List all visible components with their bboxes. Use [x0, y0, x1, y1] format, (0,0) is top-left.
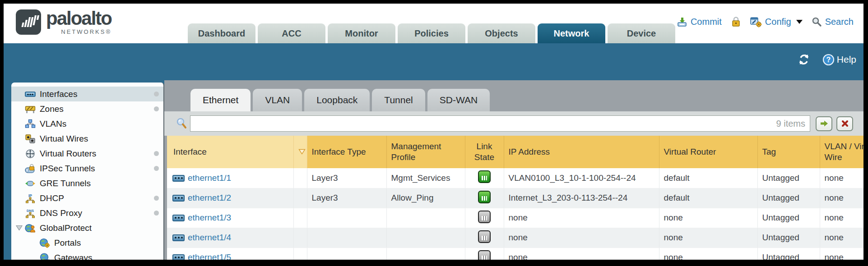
cell-virtual-router: none: [659, 208, 757, 228]
cell-tag: Untagged: [757, 248, 820, 260]
main-panel: Ethernet VLAN Loopback Tunnel SD-WAN 9 i…: [164, 80, 863, 260]
interface-link[interactable]: ethernet1/5: [188, 252, 231, 260]
table-row: ethernet1/1 Layer3 Mgmt_Services VLAN010…: [167, 168, 863, 188]
ethernet-interface-icon: [172, 234, 185, 241]
sidebar-item-dns-proxy[interactable]: DNS DNS Proxy: [11, 206, 163, 220]
sidebar-item-label: GRE Tunnels: [40, 179, 91, 188]
ethernet-interface-icon: [172, 175, 185, 182]
brand-logo: paloalto NETWORKS®: [15, 9, 111, 35]
link-state-icon: [478, 230, 491, 243]
cell-vlan: none: [820, 228, 863, 248]
interface-link[interactable]: ethernet1/4: [188, 233, 231, 242]
virtual-routers-icon: [25, 149, 36, 159]
tab-policies[interactable]: Policies: [398, 23, 465, 43]
screenshot-frame: paloalto NETWORKS® Dashboard ACC Monitor…: [0, 0, 868, 266]
expand-caret-icon[interactable]: [16, 225, 23, 231]
column-sort-control[interactable]: [293, 136, 307, 168]
virtual-wires-icon: [25, 134, 36, 144]
config-button[interactable]: Config: [750, 16, 803, 28]
brand-subname: NETWORKS®: [61, 28, 111, 35]
tab-acc[interactable]: ACC: [258, 23, 325, 43]
sidebar-item-portals[interactable]: Portals: [11, 235, 163, 250]
table-row: ethernet1/2 Layer3 Allow_Ping Internet_L…: [167, 188, 863, 208]
sidebar-item-label: DHCP: [40, 193, 64, 203]
sidebar-item-gre-tunnels[interactable]: GRE Tunnels: [11, 176, 163, 191]
table-row: ethernet1/5 none none Untagged none: [167, 248, 863, 260]
help-label: Help: [837, 54, 856, 65]
cell-vlan: none: [820, 188, 863, 208]
commit-button[interactable]: Commit: [677, 17, 722, 28]
link-state-icon: [478, 250, 491, 260]
cell-interface-type: [307, 228, 386, 248]
sidebar-item-dhcp[interactable]: IP DHCP: [11, 191, 163, 206]
link-state-icon: [478, 170, 491, 183]
column-header-link-state[interactable]: Link State: [465, 136, 504, 168]
ethernet-interface-icon: [172, 195, 185, 202]
cell-interface-type: Layer3: [307, 168, 386, 188]
subtab-tunnel[interactable]: Tunnel: [372, 89, 425, 111]
item-indicator-dot: [154, 151, 159, 156]
column-header-management-profile[interactable]: Management Profile: [386, 136, 465, 168]
column-header-tag[interactable]: Tag: [757, 136, 820, 168]
red-x-icon: [841, 120, 849, 127]
config-caret-icon[interactable]: [796, 20, 803, 24]
top-actions: Commit Config: [677, 16, 854, 28]
sidebar-item-virtual-wires[interactable]: Virtual Wires: [11, 131, 163, 146]
column-header-interface-type[interactable]: Interface Type: [307, 136, 386, 168]
column-header-virtual-router[interactable]: Virtual Router: [659, 136, 757, 168]
cell-ip-address: none: [504, 248, 659, 260]
subtab-vlan[interactable]: VLAN: [253, 89, 302, 111]
sidebar-item-globalprotect[interactable]: GlobalProtect: [11, 220, 163, 235]
portals-icon: [39, 238, 50, 248]
subtab-sdwan[interactable]: SD-WAN: [427, 89, 490, 111]
tab-monitor[interactable]: Monitor: [328, 23, 395, 43]
subtab-ethernet[interactable]: Ethernet: [190, 89, 251, 111]
cell-ip-address: none: [504, 208, 659, 228]
clear-filter-button[interactable]: [836, 116, 853, 131]
refresh-icon[interactable]: [797, 53, 811, 66]
table-header-row: Interface Interface Type Management Prof…: [167, 136, 863, 168]
sidebar-item-label: Interfaces: [40, 89, 77, 99]
item-indicator-dot: [154, 196, 159, 201]
cell-management-profile: Allow_Ping: [386, 188, 465, 208]
cell-interface-type: [307, 208, 386, 228]
tab-device[interactable]: Device: [608, 23, 675, 43]
sidebar-item-label: VLANs: [40, 119, 66, 129]
column-header-vlan-virtual-wire[interactable]: VLAN / Virtual Wire: [820, 136, 863, 168]
ipsec-tunnels-icon: [25, 164, 36, 174]
sidebar-item-zones[interactable]: Zones: [11, 101, 163, 116]
cell-virtual-router: default: [659, 168, 757, 188]
interface-link[interactable]: ethernet1/3: [188, 213, 231, 222]
sidebar-item-ipsec-tunnels[interactable]: IPSec Tunnels: [11, 161, 163, 176]
sidebar-item-label: Zones: [40, 104, 64, 114]
cell-ip-address: VLAN0100_L3_10-1-100-254--24: [504, 168, 659, 188]
cell-interface-type: Layer3: [307, 188, 386, 208]
tab-dashboard[interactable]: Dashboard: [188, 23, 255, 43]
sidebar-item-virtual-routers[interactable]: Virtual Routers: [11, 146, 163, 161]
tab-objects[interactable]: Objects: [468, 23, 535, 43]
apply-filter-button[interactable]: [816, 116, 832, 131]
search-button[interactable]: Search: [812, 17, 854, 27]
help-icon: ?: [822, 54, 835, 66]
interface-link[interactable]: ethernet1/2: [188, 193, 231, 202]
cell-tag: Untagged: [757, 228, 820, 248]
subtab-loopback[interactable]: Loopback: [304, 89, 370, 111]
config-label: Config: [765, 17, 791, 27]
interfaces-table: Interface Interface Type Management Prof…: [167, 136, 863, 260]
ethernet-interface-icon: [172, 215, 185, 221]
cell-virtual-router: default: [659, 188, 757, 208]
interface-link[interactable]: ethernet1/1: [188, 173, 231, 183]
sidebar-item-interfaces[interactable]: Interfaces: [11, 87, 163, 101]
filter-input[interactable]: [190, 116, 810, 131]
sort-dropdown-icon: [298, 149, 306, 155]
brand-name: paloalto: [46, 9, 111, 28]
lock-icon[interactable]: [731, 16, 741, 28]
ethernet-interface-icon: [172, 254, 185, 260]
column-header-interface[interactable]: Interface: [167, 136, 293, 168]
column-header-ip-address[interactable]: IP Address: [504, 136, 659, 168]
gre-tunnels-icon: [25, 179, 36, 188]
sidebar-item-gateways[interactable]: Gateways: [11, 250, 163, 260]
tab-network[interactable]: Network: [538, 23, 605, 43]
help-button[interactable]: ? Help: [822, 54, 856, 66]
sidebar-item-vlans[interactable]: VLANs: [11, 116, 163, 131]
